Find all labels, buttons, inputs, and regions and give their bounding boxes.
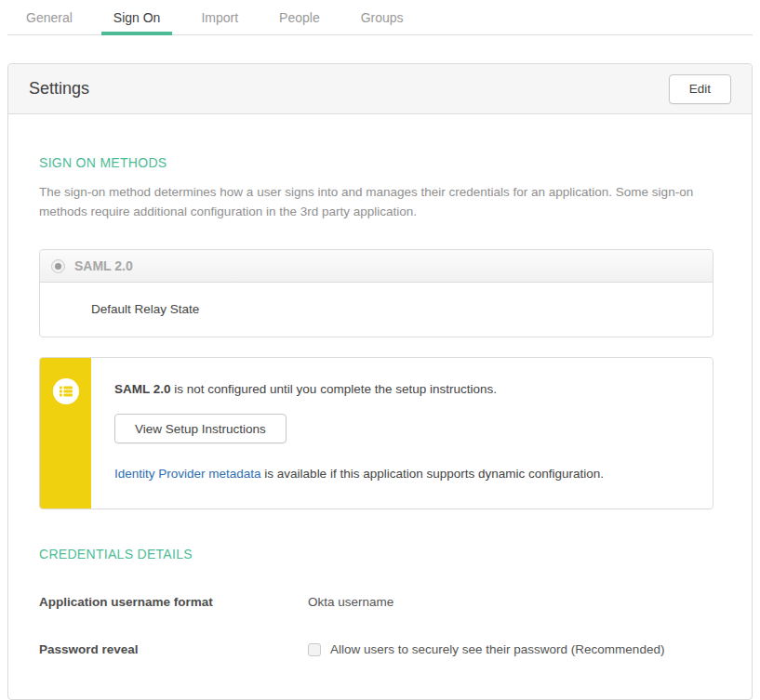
idp-metadata-line-rest: is available if this application support… <box>261 467 604 481</box>
saml-method-label: SAML 2.0 <box>74 258 133 273</box>
tab-sign-on[interactable]: Sign On <box>101 0 173 34</box>
callout-message-rest: is not configured until you complete the… <box>171 382 497 396</box>
view-setup-instructions-button[interactable]: View Setup Instructions <box>114 414 287 443</box>
saml-radio-button[interactable] <box>51 259 65 273</box>
tab-people[interactable]: People <box>267 0 332 34</box>
panel-title: Settings <box>29 79 89 99</box>
password-reveal-checkbox[interactable] <box>308 643 321 656</box>
sign-on-methods-heading: SIGN ON METHODS <box>39 155 713 170</box>
username-format-label: Application username format <box>39 595 308 609</box>
settings-panel-header: Settings Edit <box>8 64 752 114</box>
saml-method-box: SAML 2.0 Default Relay State <box>39 249 713 337</box>
saml-method-box-header: SAML 2.0 <box>40 250 713 283</box>
default-relay-state-label: Default Relay State <box>91 302 199 316</box>
username-format-row: Application username format Okta usernam… <box>39 595 713 609</box>
settings-panel-body: SIGN ON METHODS The sign-on method deter… <box>8 114 752 699</box>
callout-content: SAML 2.0 is not configured until you com… <box>91 358 626 508</box>
app-tabbar: General Sign On Import People Groups <box>7 0 753 35</box>
callout-yellow-strip <box>40 358 91 508</box>
callout-message-bold: SAML 2.0 <box>114 382 171 396</box>
settings-panel: Settings Edit SIGN ON METHODS The sign-o… <box>7 63 753 700</box>
tab-general[interactable]: General <box>14 0 85 34</box>
sign-on-methods-description: The sign-on method determines how a user… <box>39 182 713 221</box>
username-format-value: Okta username <box>308 595 393 609</box>
callout-message: SAML 2.0 is not configured until you com… <box>114 381 604 398</box>
edit-button[interactable]: Edit <box>669 74 731 104</box>
saml-setup-callout: SAML 2.0 is not configured until you com… <box>39 357 713 509</box>
list-circle-icon <box>53 378 79 404</box>
password-reveal-label: Password reveal <box>39 642 308 656</box>
idp-metadata-line: Identity Provider metadata is available … <box>114 466 604 482</box>
identity-provider-metadata-link[interactable]: Identity Provider metadata <box>114 467 261 481</box>
saml-method-box-body: Default Relay State <box>40 283 713 337</box>
tab-import[interactable]: Import <box>189 0 250 34</box>
credentials-details-heading: CREDENTIALS DETAILS <box>39 547 713 561</box>
password-reveal-checkbox-label: Allow users to securely see their passwo… <box>330 642 664 656</box>
password-reveal-row: Password reveal Allow users to securely … <box>39 642 713 656</box>
tab-groups[interactable]: Groups <box>349 0 416 34</box>
